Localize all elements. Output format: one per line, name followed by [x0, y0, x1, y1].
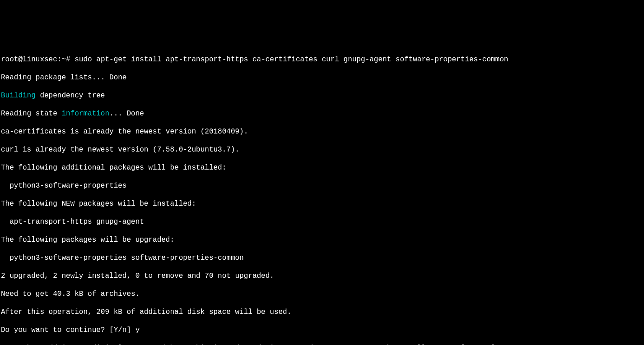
- reading-state-suffix: ... Done: [109, 110, 144, 118]
- output-line: ca-certificates is already the newest ve…: [1, 127, 643, 136]
- building-word: Building: [1, 92, 36, 100]
- output-line: The following NEW packages will be insta…: [1, 199, 643, 208]
- output-line: 2 upgraded, 2 newly installed, 0 to remo…: [1, 271, 643, 281]
- prompt-colon: :: [57, 55, 62, 64]
- output-line: curl is already the newest version (7.58…: [1, 145, 643, 154]
- prompt-user-host: root@linuxsec: [1, 55, 57, 64]
- output-line: python3-software-properties software-pro…: [1, 253, 643, 262]
- information-word: information: [61, 110, 109, 118]
- output-line: The following additional packages will b…: [1, 163, 643, 172]
- output-line: apt-transport-https gnupg-agent: [1, 217, 643, 226]
- output-line: Building dependency tree: [1, 91, 643, 100]
- output-line: Reading package lists... Done: [1, 73, 643, 82]
- output-line: Do you want to continue? [Y/n] y: [1, 326, 643, 335]
- command-prompt-line: root@linuxsec:~# sudo apt-get install ap…: [1, 55, 643, 64]
- output-line: Reading state information... Done: [1, 109, 643, 118]
- prompt-path: ~: [61, 55, 66, 64]
- prompt-space: [70, 55, 75, 64]
- command-text: sudo apt-get install apt-transport-https…: [75, 55, 508, 64]
- terminal-window[interactable]: root@linuxsec:~# sudo apt-get install ap…: [0, 45, 644, 345]
- reading-state-prefix: Reading state: [1, 110, 61, 118]
- building-rest: dependency tree: [36, 92, 105, 100]
- output-line: After this operation, 209 kB of addition…: [1, 308, 643, 317]
- output-line: python3-software-properties: [1, 181, 643, 190]
- output-line: Need to get 40.3 kB of archives.: [1, 290, 643, 299]
- output-line: The following packages will be upgraded:: [1, 235, 643, 244]
- prompt-suffix: #: [66, 55, 70, 64]
